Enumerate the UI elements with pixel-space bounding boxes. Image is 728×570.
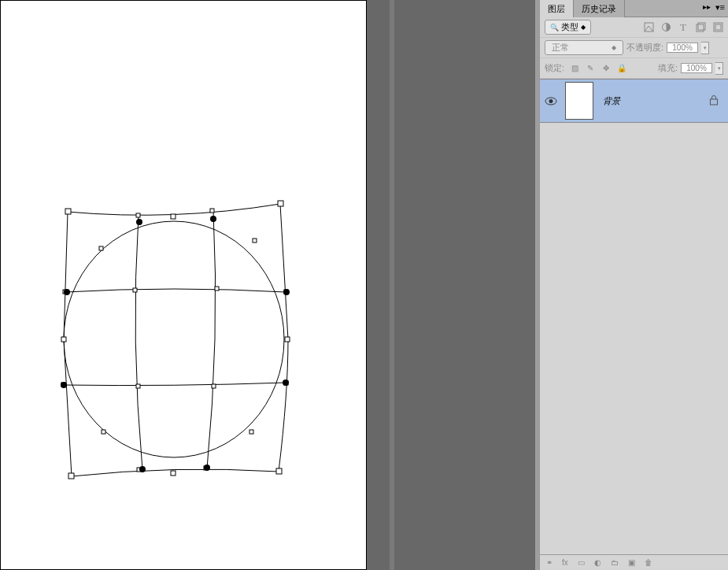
svg-rect-3[interactable] <box>212 384 216 388</box>
warp-handle-bl[interactable] <box>68 473 74 479</box>
svg-rect-1[interactable] <box>215 287 219 291</box>
svg-point-19[interactable] <box>283 289 290 295</box>
warp-grid-v2 <box>207 210 216 468</box>
svg-rect-27 <box>698 23 705 30</box>
warp-handle-rm[interactable] <box>285 337 290 342</box>
lock-label: 锁定: <box>545 62 564 74</box>
visibility-eye-icon[interactable] <box>543 97 559 105</box>
link-layers-icon[interactable]: ⚭ <box>546 558 552 567</box>
blend-row: 正常 ◆ 不透明度: 100% ▾ <box>540 38 728 58</box>
lock-all-icon[interactable]: 🔒 <box>616 63 627 74</box>
svg-point-21[interactable] <box>283 379 289 386</box>
svg-rect-26 <box>697 24 704 31</box>
svg-point-22[interactable] <box>139 466 146 472</box>
layer-filter-row: 🔍 类型 ◆ T <box>540 17 728 38</box>
svg-rect-5[interactable] <box>253 239 257 242</box>
opacity-input[interactable]: 100% <box>667 43 698 53</box>
layers-panel: 图层 历史记录 ▸▸ ▾≡ 🔍 类型 ◆ T 正常 ◆ 不透明度: 100% ▾… <box>539 0 728 570</box>
filter-shape-icon[interactable] <box>695 22 706 33</box>
adjustment-layer-icon[interactable]: ◐ <box>594 558 601 567</box>
svg-rect-7[interactable] <box>249 430 253 434</box>
layer-list: 背景 <box>540 79 728 123</box>
warp-outer-bounds <box>64 204 288 476</box>
opacity-stepper[interactable]: ▾ <box>701 42 709 54</box>
warp-grid-h1 <box>65 289 286 292</box>
svg-rect-4[interactable] <box>99 246 103 250</box>
layer-lock-icon[interactable] <box>709 95 719 107</box>
filter-smart-icon[interactable] <box>712 22 723 33</box>
new-layer-icon[interactable]: ▣ <box>628 558 635 567</box>
lock-pixels-icon[interactable]: ✎ <box>585 63 596 74</box>
panel-tab-bar: 图层 历史记录 ▸▸ ▾≡ <box>540 0 728 17</box>
panel-bottom-bar: ⚭ fx ▭ ◐ 🗀 ▣ 🗑 <box>540 554 728 570</box>
workspace-divider <box>390 0 394 570</box>
fill-stepper[interactable]: ▾ <box>715 62 723 75</box>
panel-menu-icon[interactable]: ▾≡ <box>715 2 725 13</box>
blend-mode-dropdown[interactable]: 正常 ◆ <box>545 40 623 55</box>
filter-pixel-icon[interactable] <box>643 22 654 33</box>
group-icon[interactable]: 🗀 <box>611 558 619 567</box>
warp-handle-tl[interactable] <box>65 209 71 214</box>
svg-rect-0[interactable] <box>133 288 137 292</box>
lock-position-icon[interactable]: ✥ <box>601 63 612 74</box>
lock-transparency-icon[interactable]: ▨ <box>569 63 580 74</box>
svg-point-20[interactable] <box>61 382 67 388</box>
filter-adjustment-icon[interactable] <box>660 22 671 33</box>
shape-ellipse <box>64 221 284 457</box>
layer-name[interactable]: 背景 <box>603 95 620 107</box>
warp-grid-h2 <box>64 383 286 386</box>
svg-rect-14[interactable] <box>136 213 140 217</box>
svg-rect-29 <box>715 24 721 30</box>
warp-handle-br[interactable] <box>276 468 282 474</box>
svg-point-17[interactable] <box>210 216 216 222</box>
warp-grid-v1 <box>135 215 142 470</box>
warp-handle-tr[interactable] <box>278 201 283 206</box>
lock-row: 锁定: ▨ ✎ ✥ 🔒 填充: 100% ▾ <box>540 58 728 79</box>
warp-handle-tm[interactable] <box>171 214 176 219</box>
delete-layer-icon[interactable]: 🗑 <box>645 558 652 567</box>
opacity-label: 不透明度: <box>626 42 663 54</box>
tab-history[interactable]: 历史记录 <box>574 0 625 17</box>
fill-label: 填充: <box>658 62 678 74</box>
svg-rect-2[interactable] <box>136 384 140 388</box>
svg-rect-6[interactable] <box>102 430 105 434</box>
warp-transform-overlay[interactable] <box>1 1 368 570</box>
svg-rect-32 <box>711 99 718 105</box>
canvas[interactable] <box>0 0 367 570</box>
fill-input[interactable]: 100% <box>681 63 712 73</box>
layer-style-icon[interactable]: fx <box>562 558 568 567</box>
collapse-panel-icon[interactable]: ▸▸ <box>703 2 711 11</box>
warp-handle-bm[interactable] <box>171 471 176 476</box>
svg-point-18[interactable] <box>64 289 70 295</box>
svg-point-31 <box>549 99 553 103</box>
tab-layers[interactable]: 图层 <box>540 0 574 17</box>
filter-type-dropdown[interactable]: 🔍 类型 ◆ <box>545 20 591 35</box>
svg-point-16[interactable] <box>136 219 142 225</box>
warp-handle-lm[interactable] <box>61 337 66 342</box>
layer-mask-icon[interactable]: ▭ <box>578 558 585 567</box>
layer-thumbnail[interactable] <box>565 82 593 120</box>
svg-rect-15[interactable] <box>210 209 214 213</box>
layer-row[interactable]: 背景 <box>540 79 728 123</box>
filter-type-icon[interactable]: T <box>678 22 689 33</box>
svg-point-23[interactable] <box>204 465 210 471</box>
